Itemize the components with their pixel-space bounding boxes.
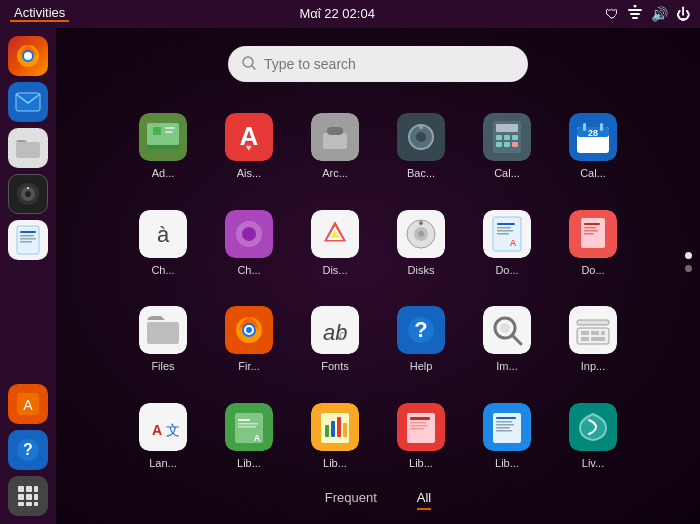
svg-rect-85 <box>584 227 596 229</box>
app-icon-files <box>139 306 187 354</box>
svg-rect-136 <box>496 417 516 419</box>
svg-rect-54 <box>512 135 518 140</box>
app-item-ch2[interactable]: Ch... <box>209 199 289 289</box>
svg-text:?: ? <box>23 441 33 458</box>
svg-point-94 <box>246 327 252 333</box>
svg-point-73 <box>418 231 424 237</box>
svg-rect-15 <box>20 235 34 237</box>
svg-rect-57 <box>512 142 518 147</box>
svg-rect-25 <box>18 494 24 500</box>
app-icon-im <box>483 306 531 354</box>
app-icon-bac <box>397 113 445 161</box>
tab-frequent[interactable]: Frequent <box>325 490 377 510</box>
svg-rect-0 <box>628 9 642 11</box>
app-icon-fonts: abc <box>311 306 359 354</box>
app-icon-ad <box>139 113 187 161</box>
svg-rect-13 <box>17 226 39 254</box>
tab-all[interactable]: All <box>417 490 431 510</box>
app-label-lib2: Lib... <box>323 457 347 470</box>
app-label-files: Files <box>151 360 174 373</box>
bottom-tabs: Frequent All <box>325 490 432 514</box>
sidebar-item-firefox[interactable] <box>8 36 48 76</box>
svg-rect-30 <box>34 502 38 506</box>
svg-point-104 <box>500 323 510 333</box>
svg-rect-112 <box>591 337 605 341</box>
app-icon-calc <box>483 113 531 161</box>
svg-text:♥: ♥ <box>246 142 252 153</box>
main-content: Ad... A♥ Ais... Arc... Bac... Cal... 28 … <box>56 28 700 524</box>
app-icon-firefox <box>225 306 273 354</box>
app-item-ch1[interactable]: à Ch... <box>123 199 203 289</box>
app-item-doc2[interactable]: Do... <box>553 199 633 289</box>
svg-rect-26 <box>26 494 32 500</box>
app-item-bac[interactable]: Bac... <box>381 102 461 192</box>
svg-rect-137 <box>496 421 512 423</box>
app-item-fonts[interactable]: abc Fonts <box>295 295 375 385</box>
app-label-help: Help <box>410 360 433 373</box>
app-label-lib1: Lib... <box>237 457 261 470</box>
app-item-lib2[interactable]: Lib... <box>295 392 375 482</box>
power-icon[interactable]: ⏻ <box>676 6 690 22</box>
svg-rect-125 <box>331 421 335 437</box>
app-item-ais[interactable]: A♥ Ais... <box>209 102 289 192</box>
app-icon-doc2 <box>569 210 617 258</box>
app-label-ad: Ad... <box>152 167 175 180</box>
app-item-files[interactable]: Files <box>123 295 203 385</box>
app-item-lib1[interactable]: A Lib... <box>209 392 289 482</box>
sidebar-item-mail[interactable] <box>8 82 48 122</box>
app-label-liv: Liv... <box>582 457 604 470</box>
sidebar-item-rhythmbox[interactable] <box>8 174 48 214</box>
app-item-help[interactable]: ? Help <box>381 295 461 385</box>
svg-rect-35 <box>147 145 179 149</box>
app-item-calc[interactable]: Cal... <box>467 102 547 192</box>
app-item-dis[interactable]: Dis... <box>295 199 375 289</box>
svg-rect-8 <box>16 142 40 158</box>
app-item-lib3[interactable]: Lib... <box>381 392 461 482</box>
sidebar-item-files[interactable] <box>8 128 48 168</box>
svg-rect-1 <box>630 13 640 15</box>
app-icon-dis <box>311 210 359 258</box>
app-item-ad[interactable]: Ad... <box>123 102 203 192</box>
sidebar-item-show-apps[interactable] <box>8 476 48 516</box>
app-item-disks[interactable]: Disks <box>381 199 461 289</box>
svg-rect-127 <box>343 423 347 437</box>
svg-point-11 <box>25 191 31 197</box>
svg-rect-29 <box>26 502 32 506</box>
app-item-calendar[interactable]: 28 Cal... <box>553 102 633 192</box>
svg-text:A: A <box>254 433 261 443</box>
datetime-display: Μαΐ 22 02:04 <box>299 6 374 21</box>
app-item-arc[interactable]: Arc... <box>295 102 375 192</box>
search-bar[interactable] <box>228 46 528 82</box>
activities-button[interactable]: Activities <box>10 5 69 22</box>
app-item-inp[interactable]: Inp... <box>553 295 633 385</box>
app-item-doc1[interactable]: A Do... <box>467 199 547 289</box>
svg-rect-55 <box>496 142 502 147</box>
app-item-im[interactable]: Im... <box>467 295 547 385</box>
app-icon-calendar: 28 <box>569 113 617 161</box>
volume-icon[interactable]: 🔊 <box>651 6 668 22</box>
app-item-liv[interactable]: Liv... <box>553 392 633 482</box>
app-label-ais: Ais... <box>237 167 261 180</box>
app-label-disks: Disks <box>408 264 435 277</box>
sidebar-item-help[interactable]: ? <box>8 430 48 470</box>
search-input[interactable] <box>264 56 514 72</box>
svg-rect-2 <box>632 17 638 19</box>
app-label-lib4: Lib... <box>495 457 519 470</box>
app-item-firefox[interactable]: Fir... <box>209 295 289 385</box>
app-icon-lib2 <box>311 403 359 451</box>
svg-rect-56 <box>504 142 510 147</box>
svg-rect-86 <box>584 230 598 232</box>
sidebar-item-appstore[interactable]: A <box>8 384 48 424</box>
app-label-lan: Lan... <box>149 457 177 470</box>
app-icon-lan: A文 <box>139 403 187 451</box>
svg-point-74 <box>419 221 423 225</box>
sidebar-item-writer[interactable] <box>8 220 48 260</box>
svg-rect-38 <box>165 131 173 133</box>
network-icon[interactable] <box>627 5 643 22</box>
app-icon-ais: A♥ <box>225 113 273 161</box>
app-icon-lib4 <box>483 403 531 451</box>
app-label-fonts: Fonts <box>321 360 349 373</box>
svg-text:文: 文 <box>166 422 180 438</box>
app-item-lan[interactable]: A文 Lan... <box>123 392 203 482</box>
app-item-lib4[interactable]: Lib... <box>467 392 547 482</box>
